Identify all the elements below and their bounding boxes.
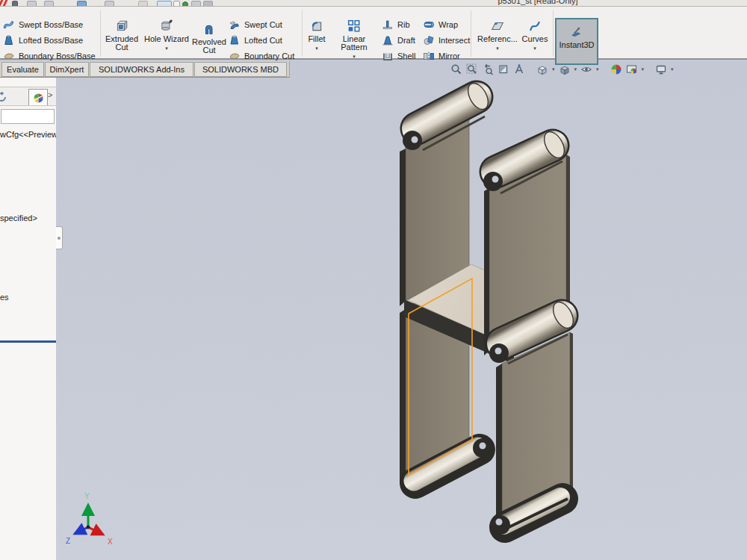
open-document-icon[interactable] [44, 1, 54, 6]
swept-cut-icon [229, 19, 241, 31]
revolved-cut-button[interactable]: Revolved Cut [190, 22, 229, 55]
select-cursor-icon[interactable] [157, 1, 172, 6]
section-view-icon[interactable] [498, 63, 509, 75]
tab-solidworks-mbd[interactable]: SOLIDWORKS MBD [194, 62, 287, 77]
curves-button[interactable]: Curves [518, 19, 551, 52]
intersect-label: Intersect [438, 36, 470, 45]
view-orientation-icon[interactable] [536, 63, 548, 75]
boundary-cut-label: Boundary Cut [244, 52, 294, 60]
hole-wizard-label: Hole Wizard [144, 35, 189, 43]
instant3d-label: Instant3D [559, 40, 594, 49]
mirror-button[interactable]: Mirror [423, 49, 460, 63]
hole-wizard-button[interactable]: Hole Wizard [142, 19, 191, 52]
undo-icon[interactable] [138, 1, 148, 6]
boundary-cut-button[interactable]: Boundary Cut [229, 49, 294, 63]
save-icon[interactable] [77, 1, 87, 6]
tree-item-not-specified[interactable]: specified> [0, 214, 56, 223]
zoom-to-fit-icon[interactable] [450, 63, 462, 75]
rib-label: Rib [397, 20, 410, 29]
command-manager-ribbon: Swept Boss/Base Lofted Boss/Base Boundar… [0, 6, 747, 60]
rib-icon [382, 19, 394, 31]
panel-tab-overflow-arrow[interactable]: > [48, 90, 52, 99]
selection-box-icon[interactable] [173, 1, 180, 6]
wrap-button[interactable]: Wrap [423, 18, 458, 31]
tab-solidworks-addins[interactable]: SOLIDWORKS Add-Ins [90, 62, 193, 77]
display-options-icon[interactable] [191, 1, 201, 6]
feature-tree-filter-input[interactable] [1, 109, 55, 124]
command-manager-tabs: Evaluate DimXpert SOLIDWORKS Add-Ins SOL… [0, 61, 290, 78]
feature-panel-tabs: > [0, 87, 56, 106]
boundary-boss-label: Boundary Boss/Base [19, 52, 96, 60]
lofted-cut-button[interactable]: Lofted Cut [229, 34, 282, 47]
rib-button[interactable]: Rib [382, 18, 410, 31]
mirror-label: Mirror [438, 52, 460, 60]
shell-icon [382, 50, 394, 62]
instant3d-icon [569, 25, 584, 38]
tab-evaluate[interactable]: Evaluate [1, 62, 44, 77]
view-orientation-caret-icon[interactable]: ▾ [552, 66, 555, 72]
lofted-boss-base-button[interactable]: Lofted Boss/Base [3, 34, 83, 47]
lofted-boss-label: Lofted Boss/Base [19, 36, 83, 45]
dynamic-annotation-views-icon[interactable] [513, 63, 525, 75]
intersect-icon [423, 34, 435, 46]
boundary-boss-base-button[interactable]: Boundary Boss/Base [3, 49, 96, 63]
display-style-caret-icon[interactable]: ▾ [574, 66, 577, 72]
instant3d-button[interactable]: Instant3D [555, 18, 598, 65]
panel-split-divider[interactable] [0, 340, 56, 343]
flyout-arrow-icon[interactable] [12, 1, 18, 6]
reference-geometry-icon [491, 19, 504, 33]
record-green-icon[interactable] [182, 1, 188, 6]
intersect-button[interactable]: Intersect [423, 34, 470, 47]
swept-cut-button[interactable]: Swept Cut [229, 18, 282, 31]
swept-boss-base-button[interactable]: Swept Boss/Base [3, 18, 83, 31]
apply-scene-caret-icon[interactable]: ▾ [642, 66, 645, 72]
wrap-label: Wrap [438, 20, 458, 29]
title-bar: p5301_st [Read-Only] [0, 0, 747, 6]
curves-icon [528, 19, 542, 33]
linear-pattern-label: Linear Pattern [329, 35, 379, 52]
view-settings-icon[interactable] [655, 63, 667, 75]
apply-scene-icon[interactable] [626, 63, 638, 75]
zoom-to-area-icon[interactable] [466, 63, 478, 75]
reference-geometry-button[interactable]: Referenc... [477, 19, 518, 52]
tab-dimxpert[interactable]: DimXpert [45, 62, 89, 77]
extruded-cut-button[interactable]: Extruded Cut [103, 19, 140, 52]
swept-cut-label: Swept Cut [244, 20, 282, 29]
revolved-cut-icon [202, 22, 216, 36]
lofted-cut-icon [229, 34, 241, 46]
edit-appearance-icon[interactable] [610, 63, 622, 75]
new-document-icon[interactable] [27, 1, 37, 6]
swept-boss-icon [3, 19, 15, 31]
hide-show-items-caret-icon[interactable]: ▾ [596, 66, 599, 72]
linear-pattern-button[interactable]: Linear Pattern [329, 19, 379, 60]
print-icon[interactable] [105, 1, 114, 6]
settings-gear-icon[interactable] [203, 1, 213, 6]
shell-button[interactable]: Shell [382, 49, 415, 63]
swept-boss-label: Swept Boss/Base [19, 20, 83, 29]
reference-geometry-label: Referenc... [477, 35, 518, 43]
draft-button[interactable]: Draft [382, 34, 415, 47]
lofted-boss-icon [3, 34, 15, 46]
display-manager-tab[interactable] [28, 89, 48, 106]
revolved-cut-label: Revolved Cut [190, 38, 229, 55]
panel-collapse-handle[interactable] [56, 226, 63, 249]
fillet-label: Fillet [308, 35, 325, 43]
fillet-icon [310, 19, 323, 33]
mirror-icon [423, 50, 435, 62]
panel-tab-partial-icon[interactable] [0, 91, 7, 103]
linear-pattern-icon [347, 19, 361, 33]
solidworks-logo-icon [0, 0, 9, 6]
extruded-cut-label: Extruded Cut [102, 35, 141, 52]
tree-item-config-preview[interactable]: wCfg<<Preview [0, 130, 56, 139]
curves-label: Curves [522, 35, 548, 43]
tree-item-es[interactable]: es [0, 293, 56, 302]
previous-view-icon[interactable] [482, 63, 494, 75]
document-title: p5301_st [Read-Only] [456, 0, 620, 5]
display-style-icon[interactable] [559, 63, 571, 75]
graphics-viewport[interactable] [56, 61, 747, 560]
boundary-boss-icon [3, 50, 15, 62]
draft-icon [382, 34, 394, 46]
hide-show-items-icon[interactable] [580, 63, 592, 75]
fillet-button[interactable]: Fillet [303, 19, 330, 52]
view-settings-caret-icon[interactable]: ▾ [671, 66, 674, 72]
